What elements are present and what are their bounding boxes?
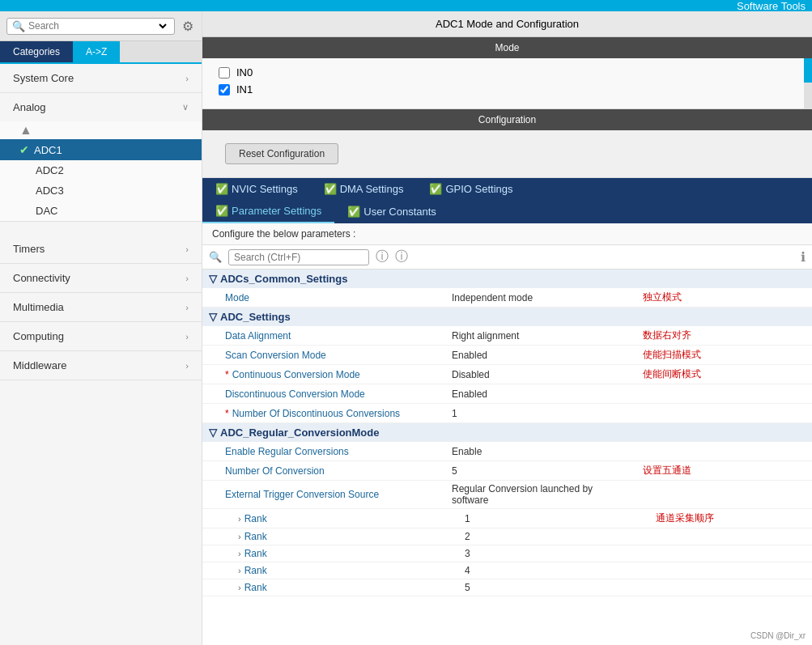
search-box: 🔍	[6, 18, 175, 35]
mode-scrollbar-thumb[interactable]	[804, 58, 812, 83]
sidebar-group-header-middleware[interactable]: Middleware ›	[0, 351, 202, 380]
sidebar-group-header-connectivity[interactable]: Connectivity ›	[0, 264, 202, 292]
tab-dma-settings[interactable]: ✅ DMA Settings	[311, 178, 417, 200]
sidebar-item-adc3[interactable]: ADC3	[0, 180, 202, 201]
nvic-label: NVIC Settings	[232, 183, 298, 195]
middleware-label: Middleware	[13, 359, 66, 371]
param-row-num-discontinuous: * Number Of Discontinuous Conversions 1	[202, 404, 812, 423]
userconst-check-icon: ✅	[347, 206, 360, 218]
sidebar-item-adc1[interactable]: ✔ ADC1	[0, 139, 202, 160]
sort-desc-icon[interactable]: ⓘ	[395, 248, 408, 265]
reset-config-button[interactable]: Reset Configuration	[225, 143, 338, 164]
search-input[interactable]	[28, 20, 150, 32]
data-alignment-note: 数据右对齐	[643, 329, 806, 342]
sidebar-group-computing: Computing ›	[0, 322, 202, 351]
nvic-check-icon: ✅	[215, 183, 228, 195]
scan-conversion-note: 使能扫描模式	[643, 348, 806, 362]
adc2-label: ADC2	[36, 164, 64, 176]
tab-user-constants[interactable]: ✅ User Constants	[334, 200, 449, 223]
tab-nvic-settings[interactable]: ✅ NVIC Settings	[202, 178, 311, 200]
params-search-box	[228, 249, 369, 265]
sidebar-group-header-computing[interactable]: Computing ›	[0, 322, 202, 350]
param-row-discontinuous-conversion: Discontinuous Conversion Mode Enabled	[202, 384, 812, 404]
mode-param-value: Independent mode	[452, 292, 630, 303]
group-header-adc-regular[interactable]: ▽ ADC_Regular_ConversionMode	[202, 423, 812, 442]
userconst-label: User Constants	[363, 206, 436, 218]
enable-regular-value: Enable	[452, 446, 630, 457]
ext-trigger-label: External Trigger Conversion Source	[225, 489, 452, 500]
sidebar-group-header-multimedia[interactable]: Multimedia ›	[0, 293, 202, 321]
num-conversion-value: 5	[452, 465, 630, 477]
tab-gpio-settings[interactable]: ✅ GPIO Settings	[416, 178, 525, 200]
tab-categories[interactable]: Categories	[0, 41, 73, 62]
sidebar-group-middleware: Middleware ›	[0, 351, 202, 380]
system-core-chevron: ›	[185, 74, 189, 83]
ext-trigger-value: Regular Conversion launched by software	[452, 483, 630, 506]
sidebar-group-system-core: System Core ›	[0, 64, 202, 93]
rank1-note: 通道采集顺序	[656, 511, 806, 525]
rank2-expand-icon[interactable]: ›	[238, 532, 241, 541]
sidebar-group-connectivity: Connectivity ›	[0, 264, 202, 293]
rank5-expand-icon[interactable]: ›	[238, 583, 241, 592]
param-row-data-alignment: Data Alignment Right alignment 数据右对齐	[202, 326, 812, 346]
sidebar: 🔍 ⚙ Categories A->Z System Core ›	[0, 11, 202, 645]
group-header-adcs-common[interactable]: ▽ ADCs_Common_Settings	[202, 269, 812, 288]
num-conversion-note: 设置五通道	[643, 464, 806, 477]
data-alignment-label: Data Alignment	[225, 330, 452, 342]
sidebar-content: System Core › Analog ∨ ▲ ✔ ADC1	[0, 64, 202, 645]
mode-param-label: Mode	[225, 292, 452, 303]
sidebar-group-analog: Analog ∨ ▲ ✔ ADC1 ADC2 A	[0, 93, 202, 222]
tab-atoz[interactable]: A->Z	[73, 41, 120, 62]
config-section-header: Configuration	[202, 109, 812, 130]
sidebar-group-timers: Timers ›	[0, 222, 202, 264]
rank3-expand-icon[interactable]: ›	[238, 549, 241, 558]
rank1-expand-icon[interactable]: ›	[238, 514, 241, 524]
group-header-adc-settings[interactable]: ▽ ADC_Settings	[202, 308, 812, 326]
gpio-label: GPIO Settings	[445, 183, 512, 195]
sidebar-group-header-timers[interactable]: Timers ›	[0, 235, 202, 263]
params-search-area: 🔍 ⓘ ⓘ ℹ	[202, 245, 812, 269]
search-dropdown[interactable]	[153, 20, 169, 32]
adc-settings-label: ADC_Settings	[220, 311, 291, 323]
sidebar-group-header-analog[interactable]: Analog ∨	[0, 93, 202, 121]
scan-conversion-value: Enabled	[452, 350, 630, 361]
mode-param-note: 独立模式	[643, 291, 806, 304]
num-discontinuous-value: 1	[452, 408, 630, 419]
config-tabs-row2: ✅ Parameter Settings ✅ User Constants	[202, 200, 812, 223]
top-bar-label: Software Tools	[737, 0, 806, 12]
continuous-asterisk: *	[225, 369, 229, 380]
system-core-label: System Core	[13, 72, 74, 84]
multimedia-chevron: ›	[185, 303, 189, 312]
param-row-enable-regular: Enable Regular Conversions Enable	[202, 442, 812, 461]
dma-check-icon: ✅	[324, 183, 337, 195]
rank1-label: Rank	[244, 513, 267, 524]
multimedia-label: Multimedia	[13, 301, 64, 313]
sidebar-group-header-system-core[interactable]: System Core ›	[0, 64, 202, 92]
rank2-label: Rank	[244, 531, 267, 542]
tab-parameter-settings[interactable]: ✅ Parameter Settings	[202, 200, 334, 223]
analog-chevron: ∨	[182, 102, 189, 112]
main-content: ADC1 Mode and Configuration Mode IN0 IN1…	[202, 11, 812, 645]
timers-chevron: ›	[185, 244, 189, 254]
discontinuous-conversion-label: Discontinuous Conversion Mode	[225, 388, 452, 400]
sort-asc-icon[interactable]: ⓘ	[376, 248, 389, 265]
gear-button[interactable]: ⚙	[180, 16, 195, 36]
param-row-rank-2: › Rank 2	[202, 528, 812, 545]
adc1-check-icon: ✔	[19, 143, 29, 156]
sidebar-item-dac[interactable]: DAC	[0, 201, 202, 221]
param-row-rank-3: › Rank 3	[202, 545, 812, 562]
params-search-input[interactable]	[234, 252, 363, 263]
rank1-value: 1	[465, 513, 643, 524]
num-discontinuous-label: Number Of Discontinuous Conversions	[232, 408, 400, 419]
sidebar-item-adc2[interactable]: ADC2	[0, 160, 202, 180]
in1-checkbox[interactable]	[219, 84, 230, 95]
mode-scrollbar	[804, 58, 812, 108]
rank4-expand-icon[interactable]: ›	[238, 566, 241, 575]
in0-checkbox[interactable]	[219, 67, 230, 79]
params-table: ▽ ADCs_Common_Settings Mode Independent …	[202, 269, 812, 645]
param-row-scan-conversion: Scan Conversion Mode Enabled 使能扫描模式	[202, 346, 812, 365]
continuous-conversion-note: 使能间断模式	[643, 367, 806, 381]
rank2-value: 2	[465, 531, 643, 542]
timers-label: Timers	[13, 243, 45, 255]
dma-label: DMA Settings	[340, 183, 404, 195]
